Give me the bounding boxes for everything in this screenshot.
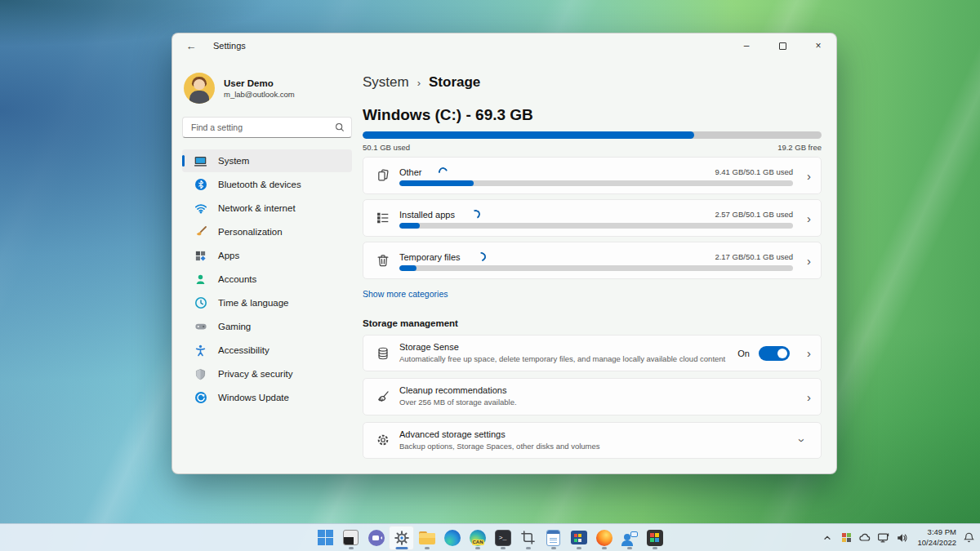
search-box[interactable] [182,117,352,138]
sidebar-item-accounts[interactable]: Accounts [182,268,352,291]
chevron-right-icon[interactable]: › [793,347,811,359]
display-icon[interactable] [877,529,890,547]
sidebar-item-privacy-security[interactable]: Privacy & security [182,362,352,385]
sidebar-item-label: Apps [218,251,239,260]
sidebar-item-label: Accessibility [218,345,270,355]
category-value: 2.17 GB/50.1 GB used [715,252,793,261]
sidebar-item-time-language[interactable]: Time & language [182,291,352,314]
app-window-icon [343,530,359,545]
sidebar-item-label: Personalization [218,227,283,237]
category-installed-apps[interactable]: Installed apps 2.57 GB/50.1 GB used › [363,199,822,237]
cleanup-recommendations-card[interactable]: Cleanup recommendations Over 256 MB of s… [363,378,822,415]
trash-icon [375,252,391,269]
taskbar-toolbox[interactable] [566,526,591,550]
storage-sense-title: Storage Sense [399,342,729,352]
minimize-button[interactable]: – [728,33,764,58]
taskbar-settings[interactable] [389,526,414,550]
clock-icon [194,296,207,310]
person-icon [194,273,207,287]
taskbar-pinned-apps: CAN >_ [313,524,667,551]
chevron-right-icon[interactable]: › [793,391,811,403]
sidebar-item-label: Accounts [218,274,256,284]
system-tray: 3:49 PM 10/24/2022 [821,524,975,551]
breadcrumb-system[interactable]: System [363,74,409,91]
sidebar-item-windows-update[interactable]: Windows Update [182,386,352,409]
broom-icon [375,389,391,405]
search-input[interactable] [191,122,335,132]
sidebar-item-network-internet[interactable]: Network & internet [182,197,352,220]
taskbar-chat[interactable] [363,526,389,550]
toggle-state-label: On [737,349,750,358]
sidebar-item-label: System [218,156,249,166]
maximize-button[interactable] [764,33,800,58]
category-label: Other [399,167,422,177]
loading-spinner-icon [470,208,481,220]
gamepad-icon [194,320,207,334]
category-bar-fill [399,180,474,186]
category-label: Temporary files [399,252,461,262]
media-app-icon [647,530,663,546]
taskbar-snipping-tool[interactable] [515,526,541,550]
taskbar-terminal[interactable]: >_ [490,526,515,550]
volume-icon[interactable] [896,529,909,547]
close-button[interactable]: × [800,33,836,58]
taskbar-media-app[interactable] [642,526,667,550]
back-icon[interactable]: ← [179,37,203,55]
storage-sense-toggle[interactable] [759,346,790,361]
taskbar-edge[interactable] [439,526,465,550]
sidebar: User Demo m_lab@outlook.com System Bluet… [172,58,363,473]
chevron-right-icon[interactable]: › [793,170,811,182]
feedback-hub-icon [621,530,638,546]
sidebar-item-label: Gaming [218,322,251,331]
tray-chevron-up-icon[interactable] [821,529,834,547]
sidebar-item-personalization[interactable]: Personalization [182,220,352,243]
clock[interactable]: 3:49 PM 10/24/2022 [917,527,956,548]
sidebar-item-label: Windows Update [218,393,289,402]
tray-app-icon[interactable] [840,529,853,547]
edge-canary-icon: CAN [470,530,486,546]
chevron-down-icon[interactable]: › [796,431,808,449]
sidebar-item-label: Network & internet [218,203,296,213]
taskbar-app-window[interactable] [338,526,363,550]
drive-used-label: 50.1 GB used [363,143,410,152]
category-temporary-files[interactable]: Temporary files 2.17 GB/50.1 GB used › [363,242,822,279]
search-icon [335,122,345,132]
taskbar-file-explorer[interactable] [414,526,439,550]
apps-icon [194,249,207,263]
taskbar-feedback-hub[interactable] [617,526,642,550]
user-name: User Demo [224,78,295,88]
start-button[interactable] [313,526,338,550]
advanced-storage-settings-card[interactable]: Advanced storage settings Backup options… [363,422,822,459]
category-value: 2.57 GB/50.1 GB used [715,210,793,219]
sidebar-item-gaming[interactable]: Gaming [182,315,352,338]
onedrive-cloud-icon[interactable] [858,529,871,547]
breadcrumb: System › Storage [363,74,822,91]
category-other[interactable]: Other 9.41 GB/50.1 GB used › [363,157,822,194]
sidebar-item-accessibility[interactable]: Accessibility [182,339,352,362]
drive-usage-fill [363,131,694,139]
avatar [184,73,215,104]
sidebar-nav: System Bluetooth & devices Network & int… [182,149,352,409]
sidebar-item-system[interactable]: System [182,149,352,172]
bluetooth-icon [194,178,207,192]
sidebar-item-apps[interactable]: Apps [182,244,352,267]
notification-bell-icon[interactable] [962,529,975,547]
user-account[interactable]: User Demo m_lab@outlook.com [184,73,352,104]
wifi-icon [194,202,207,216]
chevron-right-icon[interactable]: › [793,212,811,224]
taskbar-firefox[interactable] [591,526,617,550]
loading-spinner-icon [474,251,487,263]
desktop: { "window": { "title": "Settings" }, "ti… [0,0,980,551]
taskbar-edge-canary[interactable]: CAN [465,526,490,550]
sidebar-item-label: Bluetooth & devices [218,180,301,189]
accessibility-icon [194,344,207,358]
notepad-icon [546,530,560,546]
taskbar-notepad[interactable] [541,526,566,550]
update-icon [194,391,207,405]
show-more-categories-link[interactable]: Show more categories [363,289,448,299]
advanced-title: Advanced storage settings [399,429,785,439]
clock-date: 10/24/2022 [917,538,956,548]
sidebar-item-bluetooth-devices[interactable]: Bluetooth & devices [182,173,352,196]
storage-sense-card[interactable]: Storage Sense Automatically free up spac… [363,335,822,371]
chevron-right-icon[interactable]: › [793,255,811,267]
